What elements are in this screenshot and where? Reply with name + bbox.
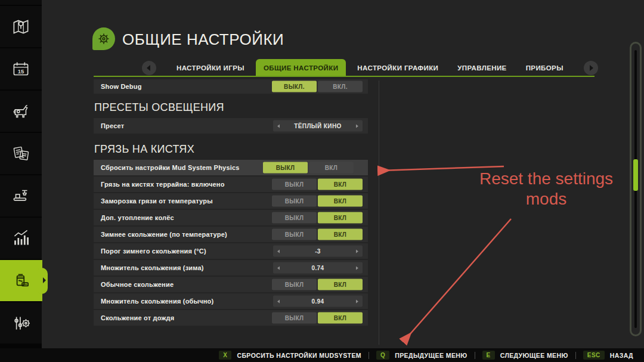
toggle-group: ВЫКЛВКЛ (272, 179, 363, 190)
value-selector[interactable]: 0.74 (273, 262, 363, 274)
setting-label: Множитель скольжения (обычно) (101, 298, 213, 305)
tab-5[interactable]: ПРИБОРЫ (518, 64, 571, 72)
contracts-icon (10, 143, 32, 165)
sidebar-item-contracts[interactable] (0, 133, 42, 174)
cow-icon (10, 100, 32, 123)
selector-value: ТЁПЛЫЙ КИНО (280, 123, 356, 129)
tab-bar: НАСТРОЙКИ ИГРЫОБЩИЕ НАСТРОЙКИНАСТРОЙКИ Г… (142, 59, 598, 76)
mud-mod-icon (10, 270, 33, 292)
production-icon (10, 185, 32, 208)
value-selector[interactable]: ТЁПЛЫЙ КИНО (273, 120, 363, 132)
setting-row[interactable]: Доп. утопление колёсВЫКЛВКЛ (94, 210, 368, 225)
toggle-group: ВЫКЛВКЛ (272, 212, 363, 224)
hotkey-key-badge: X (219, 351, 231, 360)
setting-label: Скольжение от дождя (101, 314, 174, 321)
setting-row[interactable]: Порог зимнего скольжения (°C)-3 (94, 243, 368, 259)
toggle-off-button[interactable]: ВЫКЛ (272, 179, 317, 190)
selector-value: 0.74 (280, 265, 356, 271)
sidebar-item-tuning[interactable] (0, 302, 42, 344)
toggle-on-button[interactable]: ВКЛ (318, 229, 363, 240)
setting-label: Порог зимнего скольжения (°C) (101, 247, 206, 255)
setting-row[interactable]: Заморозка грязи от температурыВЫКЛВКЛ (94, 193, 368, 209)
toggle-on-button[interactable]: ВКЛ (318, 179, 363, 190)
sidebar-item-animals[interactable] (0, 91, 42, 132)
toggle-off-button[interactable]: ВЫКЛ. (272, 81, 317, 92)
toggle-on-button[interactable]: ВКЛ. (318, 81, 363, 92)
footer-divider (369, 352, 369, 359)
setting-row[interactable]: Зимнее скольжение (по температуре)ВЫКЛВК… (94, 227, 368, 242)
page-title: ОБЩИЕ НАСТРОЙКИ (122, 30, 284, 49)
setting-row[interactable]: ПресетТЁПЛЫЙ КИНО (94, 118, 368, 134)
setting-label: Сбросить настройки Mud System Physics (101, 164, 240, 171)
hotkey-item[interactable]: XСБРОСИТЬ НАСТРОЙКИ MUDSYSTEM (219, 351, 361, 360)
selector-value: 0.94 (280, 298, 356, 305)
sidebar-item-statistics[interactable] (0, 218, 42, 259)
setting-row[interactable]: Множитель скольжения (обычно)0.94 (94, 293, 368, 309)
tuning-sliders-icon (10, 312, 32, 335)
sidebar-item-mudsystem[interactable] (0, 260, 42, 301)
tab-2[interactable]: ОБЩИЕ НАСТРОЙКИ (256, 59, 346, 76)
footer-hotkey-bar: XСБРОСИТЬ НАСТРОЙКИ MUDSYSTEMQПРЕДЫДУЩЕЕ… (0, 348, 644, 362)
setting-label: Show Debug (101, 83, 142, 90)
value-selector[interactable]: 0.94 (273, 296, 363, 307)
hotkey-label: СБРОСИТЬ НАСТРОЙКИ MUDSYSTEM (237, 352, 361, 359)
toggle-off-button[interactable]: ВЫКЛ (272, 196, 317, 207)
toggle-on-button[interactable]: ВКЛ (318, 212, 363, 224)
setting-row[interactable]: Обычное скольжениеВЫКЛВКЛ (94, 277, 368, 292)
tab-1[interactable]: НАСТРОЙКИ ИГРЫ (169, 64, 252, 72)
setting-label: Обычное скольжение (101, 281, 174, 288)
settings-screen: ОБЩИЕ НАСТРОЙКИ НАСТРОЙКИ ИГРЫОБЩИЕ НАСТ… (0, 0, 644, 362)
hotkey-label: НАЗАД (610, 352, 633, 359)
hotkey-item[interactable]: QПРЕДЫДУЩЕЕ МЕНЮ (376, 351, 467, 360)
setting-label: Зимнее скольжение (по температуре) (101, 231, 227, 238)
toggle-on-button[interactable]: ВКЛ (318, 313, 363, 324)
sidebar-item-production[interactable] (0, 175, 42, 216)
toggle-on-button[interactable]: ВКЛ (318, 279, 363, 290)
active-item-pointer-icon (43, 277, 46, 283)
column-divider (379, 81, 379, 345)
value-selector[interactable]: -3 (273, 246, 363, 257)
tabs-prev-button[interactable] (142, 61, 156, 75)
setting-label: Множитель скольжения (зима) (101, 264, 204, 271)
toggle-off-button[interactable]: ВЫКЛ (263, 162, 308, 174)
sidebar-item-map[interactable] (0, 6, 42, 47)
toggle-off-button[interactable]: ВЫКЛ (272, 313, 317, 324)
setting-row[interactable]: Show DebugВЫКЛ.ВКЛ. (94, 79, 368, 94)
selector-right-arrow-icon[interactable] (356, 299, 358, 303)
setting-row[interactable]: Множитель скольжения (зима)0.74 (94, 260, 368, 276)
selector-right-arrow-icon[interactable] (356, 266, 358, 270)
tabs-next-button[interactable] (584, 61, 598, 75)
selector-right-arrow-icon[interactable] (356, 249, 358, 253)
toggle-group: ВЫКЛВКЛ (272, 313, 363, 324)
scrollbar-thumb[interactable] (633, 159, 638, 191)
toggle-on-button[interactable]: ВКЛ (318, 196, 363, 207)
hotkey-key-badge: Q (376, 351, 389, 360)
setting-label: Грязь на кистях террайна: включено (101, 181, 225, 188)
statistics-icon (10, 227, 32, 250)
toggle-on-button[interactable]: ВКЛ (309, 162, 354, 174)
tab-4[interactable]: УПРАВЛЕНИЕ (450, 64, 514, 72)
hotkey-item[interactable]: EСЛЕДУЮЩЕЕ МЕНЮ (482, 351, 568, 360)
selector-right-arrow-icon[interactable] (356, 124, 358, 128)
setting-row[interactable]: Грязь на кистях террайна: включеноВЫКЛВК… (94, 177, 368, 192)
active-item-bubble (36, 268, 48, 294)
toggle-off-button[interactable]: ВЫКЛ (272, 212, 317, 224)
setting-label: Доп. утопление колёс (101, 214, 174, 221)
section-title: ПРЕСЕТЫ ОСВЕЩЕНИЯ (94, 101, 368, 114)
setting-row[interactable]: Сбросить настройки Mud System PhysicsВЫК… (94, 160, 368, 175)
footer-divider (575, 352, 576, 359)
toggle-off-button[interactable]: ВЫКЛ (272, 279, 317, 290)
gear-icon (92, 27, 115, 50)
calendar-icon: 15 (10, 58, 32, 81)
toggle-group: ВЫКЛ.ВКЛ. (272, 81, 363, 92)
sidebar: 15 (0, 0, 42, 362)
hotkey-item[interactable]: ESCНАЗАД (583, 351, 633, 360)
hotkey-label: ПРЕДЫДУЩЕЕ МЕНЮ (395, 352, 467, 359)
hotkey-label: СЛЕДУЮЩЕЕ МЕНЮ (500, 352, 568, 359)
toggle-group: ВЫКЛВКЛ (272, 229, 363, 240)
toggle-off-button[interactable]: ВЫКЛ (272, 229, 317, 240)
tab-3[interactable]: НАСТРОЙКИ ГРАФИКИ (349, 64, 446, 72)
toggle-group: ВЫКЛВКЛ (272, 196, 363, 207)
sidebar-item-calendar[interactable]: 15 (0, 48, 42, 89)
setting-row[interactable]: Скольжение от дождяВЫКЛВКЛ (94, 310, 368, 326)
